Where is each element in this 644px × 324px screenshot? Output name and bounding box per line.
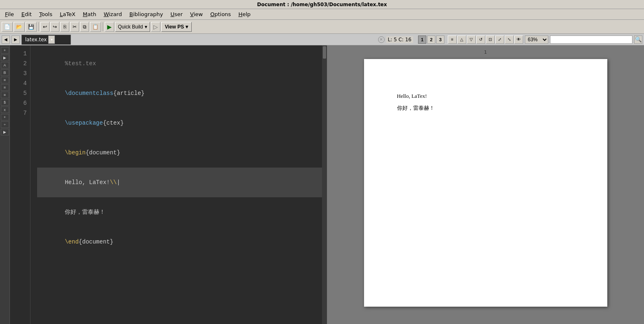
code-kw-5: \\ bbox=[110, 179, 117, 186]
code-kw-2: \documentclass bbox=[65, 90, 113, 97]
sidebar-a-btn[interactable]: A bbox=[1, 62, 9, 69]
quick-build-button[interactable]: Quick Build ▾ bbox=[115, 22, 150, 32]
refresh-icon[interactable]: ↺ bbox=[476, 35, 485, 44]
page-number-label: 1 bbox=[484, 50, 487, 55]
open-button[interactable]: 📂 bbox=[14, 22, 25, 32]
code-arg-4: document bbox=[89, 149, 117, 156]
undo-button[interactable]: ↩ bbox=[40, 22, 49, 32]
preview-scroll[interactable]: 1 Hello, LaTex! 你好，雷泰赫！ bbox=[327, 45, 644, 324]
tab-dropdown-icon[interactable]: ▾ bbox=[48, 35, 55, 44]
paste-button[interactable]: 📋 bbox=[90, 22, 101, 32]
eye-icon[interactable]: 👁 bbox=[514, 35, 523, 44]
menu-math[interactable]: Math bbox=[80, 10, 100, 18]
line-num-1: 1 bbox=[10, 49, 27, 59]
code-editor[interactable]: %test.tex \documentclass{article} \usepa… bbox=[31, 45, 322, 324]
menu-latex[interactable]: LaTeX bbox=[56, 10, 79, 18]
layout-icon[interactable]: ≡ bbox=[448, 35, 457, 44]
line-num-3: 3 bbox=[10, 69, 27, 78]
menu-edit[interactable]: Edit bbox=[18, 10, 35, 18]
tab-icon-group: ≡ △ ▽ ↺ ⊡ ⤢ ⤡ 👁 bbox=[448, 35, 523, 44]
code-brace-3a: { bbox=[103, 120, 106, 126]
menu-wizard[interactable]: Wizard bbox=[100, 10, 125, 18]
view-mode-buttons: 1 2 3 bbox=[418, 35, 444, 44]
sidebar-list2-btn[interactable]: ≡ bbox=[1, 84, 9, 91]
code-brace-2b: } bbox=[141, 90, 144, 97]
build-button[interactable]: ▶ bbox=[105, 22, 114, 32]
pdf-content: Hello, LaTex! 你好，雷泰赫！ bbox=[364, 59, 607, 132]
search-input[interactable] bbox=[550, 35, 632, 44]
code-line-1: %test.tex bbox=[37, 49, 322, 78]
scrollbar-thumb bbox=[323, 46, 326, 59]
view-ps-run-button[interactable]: ▷ bbox=[151, 22, 160, 32]
code-line-2: \documentclass{article} bbox=[37, 78, 322, 108]
crop-icon[interactable]: ⊡ bbox=[486, 35, 495, 44]
code-kw-3: \usepackage bbox=[65, 120, 103, 126]
code-brace-2a: { bbox=[113, 90, 117, 97]
play-icon: ▶ bbox=[107, 24, 112, 30]
code-brace-3b: } bbox=[120, 120, 124, 126]
menu-view[interactable]: View bbox=[187, 10, 206, 18]
sidebar-b-btn[interactable]: B bbox=[1, 69, 9, 76]
redo-button[interactable]: ↪ bbox=[50, 22, 59, 32]
close-icon[interactable]: ✕ bbox=[378, 36, 385, 43]
view-ps-label: View PS bbox=[165, 24, 184, 30]
sidebar-play-btn[interactable]: ▶ bbox=[1, 129, 9, 135]
pdf-line-2: 你好，雷泰赫！ bbox=[397, 104, 574, 113]
menu-file[interactable]: File bbox=[2, 10, 17, 18]
tab-next-button[interactable]: ▶ bbox=[12, 35, 20, 44]
line-num-2: 2 bbox=[10, 59, 27, 69]
sidebar-nav-btn[interactable]: ▶ bbox=[1, 54, 9, 61]
line-num-7: 7 bbox=[10, 108, 27, 118]
copy-format-button[interactable]: ⎘ bbox=[60, 22, 69, 32]
sidebar-list1-btn[interactable]: ≡ bbox=[1, 77, 9, 83]
tab-bar: ◀ ▶ latex.tex ▾ ✕ L: 5 C: 16 1 2 3 ≡ △ ▽… bbox=[0, 34, 644, 45]
sidebar-list3-btn[interactable]: ≡ bbox=[1, 92, 9, 98]
menu-bar: File Edit Tools LaTeX Math Wizard Biblio… bbox=[0, 9, 644, 20]
menu-help[interactable]: Help bbox=[235, 10, 254, 18]
code-arg-3: ctex bbox=[106, 120, 120, 126]
code-brace-4b: } bbox=[117, 149, 120, 156]
expand-icon[interactable]: ⤢ bbox=[495, 35, 504, 44]
code-brace-7a: { bbox=[79, 239, 82, 245]
down-arrow-icon[interactable]: ▽ bbox=[467, 35, 476, 44]
code-arg-7: document bbox=[82, 239, 110, 245]
sidebar-x-btn[interactable]: x bbox=[1, 106, 9, 113]
code-kw-4: \begin bbox=[65, 149, 85, 156]
sidebar-add-btn[interactable]: + bbox=[1, 47, 9, 54]
search-button[interactable]: 🔍 bbox=[634, 35, 642, 44]
menu-bibliography[interactable]: Bibliography bbox=[126, 10, 167, 18]
sidebar-div-btn[interactable]: ÷ bbox=[1, 121, 9, 128]
tab-prev-button[interactable]: ◀ bbox=[2, 35, 10, 44]
menu-tools[interactable]: Tools bbox=[36, 10, 56, 18]
view-btn-3[interactable]: 3 bbox=[436, 35, 444, 44]
editor-scrollbar[interactable] bbox=[322, 45, 327, 324]
play-outline-icon: ▷ bbox=[153, 24, 158, 30]
save-button[interactable]: 💾 bbox=[26, 22, 37, 32]
view-btn-1[interactable]: 1 bbox=[418, 35, 426, 44]
menu-user[interactable]: User bbox=[167, 10, 186, 18]
code-line-7: \end{document} bbox=[37, 227, 322, 257]
view-btn-2[interactable]: 2 bbox=[427, 35, 435, 44]
code-line-3: \usepackage{ctex} bbox=[37, 108, 322, 138]
zoom-select[interactable]: 63% 75% 100% bbox=[525, 35, 548, 44]
menu-options[interactable]: Options bbox=[207, 10, 234, 18]
code-text-6: 你好，雷泰赫！ bbox=[65, 209, 105, 215]
main-content: + ▶ A B ≡ ≡ ≡ $ x + ÷ ▶ 1 2 3 4 5 6 7 %t… bbox=[0, 45, 644, 324]
tab-file[interactable]: latex.tex ▾ bbox=[21, 35, 71, 45]
shrink-icon[interactable]: ⤡ bbox=[505, 35, 514, 44]
code-text-5: Hello, LaTex! bbox=[65, 179, 110, 186]
sidebar-dollar-btn[interactable]: $ bbox=[1, 99, 9, 106]
pdf-page: Hello, LaTex! 你好，雷泰赫！ bbox=[364, 59, 607, 307]
sidebar-plus-btn[interactable]: + bbox=[1, 114, 9, 121]
code-kw-7: \end bbox=[65, 239, 79, 245]
pdf-preview-area: 1 Hello, LaTex! 你好，雷泰赫！ bbox=[327, 45, 644, 324]
new-button[interactable]: 📄 bbox=[2, 22, 13, 32]
code-brace-4a: { bbox=[86, 149, 89, 156]
code-brace-7b: } bbox=[110, 239, 113, 245]
line-num-5: 5 bbox=[10, 88, 27, 98]
view-ps-button[interactable]: View PS ▾ bbox=[161, 22, 192, 32]
cut-button[interactable]: ✂ bbox=[70, 22, 79, 32]
copy-button[interactable]: ⧉ bbox=[80, 22, 89, 32]
up-arrow-icon[interactable]: △ bbox=[457, 35, 466, 44]
editor-area: 1 2 3 4 5 6 7 %test.tex \documentclass{a… bbox=[10, 45, 327, 324]
